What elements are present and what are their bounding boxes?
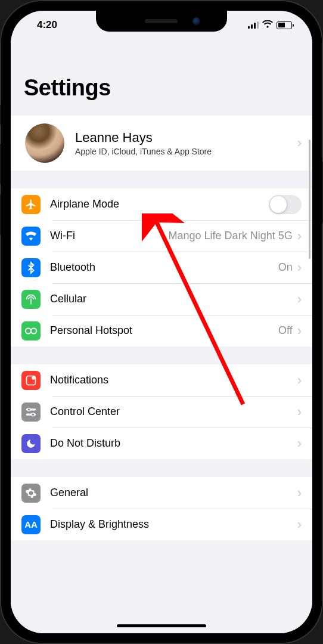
bluetooth-icon bbox=[21, 258, 41, 277]
volume-down-button bbox=[0, 194, 1, 236]
apple-id-row[interactable]: Leanne Hays Apple ID, iCloud, iTunes & A… bbox=[11, 116, 312, 171]
home-indicator[interactable] bbox=[117, 624, 206, 627]
hotspot-icon bbox=[21, 321, 41, 340]
chevron-right-icon: › bbox=[297, 260, 302, 275]
chevron-right-icon: › bbox=[297, 436, 302, 451]
wifi-icon bbox=[262, 19, 273, 31]
header: Settings bbox=[11, 39, 312, 107]
screen: 4:20 Settings Leanne Hays Apple ID, bbox=[11, 11, 312, 633]
row-label: Display & Brightness bbox=[50, 518, 297, 531]
cellular-signal-icon bbox=[248, 21, 259, 29]
row-label: General bbox=[50, 487, 297, 499]
wifi-row[interactable]: Wi-Fi Mango Life Dark Night 5G › bbox=[11, 220, 312, 252]
chevron-right-icon: › bbox=[297, 404, 302, 420]
row-label: Notifications bbox=[50, 374, 297, 386]
moon-icon bbox=[21, 434, 41, 453]
device-frame: 4:20 Settings Leanne Hays Apple ID, bbox=[0, 0, 323, 644]
row-value: Off bbox=[278, 324, 293, 337]
row-label: Do Not Disturb bbox=[50, 437, 297, 450]
airplane-icon bbox=[21, 195, 41, 214]
svg-point-5 bbox=[27, 408, 30, 411]
mute-switch bbox=[0, 104, 1, 125]
wifi-settings-icon bbox=[21, 227, 41, 246]
dnd-row[interactable]: Do Not Disturb › bbox=[11, 428, 312, 459]
row-value: Mango Life Dark Night 5G bbox=[169, 230, 293, 242]
svg-point-1 bbox=[31, 328, 36, 333]
chevron-right-icon: › bbox=[297, 228, 302, 244]
row-label: Wi-Fi bbox=[50, 230, 169, 242]
scroll-indicator bbox=[309, 140, 310, 259]
display-icon: AA bbox=[21, 515, 41, 534]
notch bbox=[96, 11, 227, 32]
row-label: Bluetooth bbox=[50, 261, 278, 274]
chevron-right-icon: › bbox=[297, 292, 302, 307]
chevron-right-icon: › bbox=[297, 485, 302, 501]
svg-point-7 bbox=[32, 413, 35, 416]
profile-group: Leanne Hays Apple ID, iCloud, iTunes & A… bbox=[11, 116, 312, 171]
row-label: Personal Hotspot bbox=[50, 324, 278, 337]
svg-point-0 bbox=[26, 328, 31, 333]
chevron-right-icon: › bbox=[297, 323, 302, 339]
notifications-group: Notifications › Control Center › Do Not … bbox=[11, 364, 312, 459]
connectivity-group: Airplane Mode Wi-Fi Mango Life Dark Nigh… bbox=[11, 188, 312, 346]
bluetooth-row[interactable]: Bluetooth On › bbox=[11, 252, 312, 283]
front-camera bbox=[192, 17, 200, 25]
battery-icon bbox=[277, 21, 292, 29]
hotspot-row[interactable]: Personal Hotspot Off › bbox=[11, 315, 312, 346]
airplane-toggle[interactable] bbox=[269, 195, 302, 214]
notifications-icon bbox=[21, 371, 41, 390]
display-row[interactable]: AA Display & Brightness › bbox=[11, 509, 312, 540]
cellular-row[interactable]: Cellular › bbox=[11, 283, 312, 315]
page-title: Settings bbox=[24, 75, 299, 101]
control-center-row[interactable]: Control Center › bbox=[11, 396, 312, 428]
control-center-icon bbox=[21, 402, 41, 422]
chevron-right-icon: › bbox=[297, 135, 302, 151]
row-value: On bbox=[278, 261, 293, 274]
row-label: Cellular bbox=[50, 293, 297, 305]
notifications-row[interactable]: Notifications › bbox=[11, 364, 312, 396]
svg-point-3 bbox=[32, 376, 35, 379]
chevron-right-icon: › bbox=[297, 373, 302, 388]
settings-list[interactable]: Leanne Hays Apple ID, iCloud, iTunes & A… bbox=[11, 107, 312, 633]
general-row[interactable]: General › bbox=[11, 477, 312, 509]
airplane-mode-row[interactable]: Airplane Mode bbox=[11, 188, 312, 220]
speaker-grill bbox=[145, 19, 178, 23]
chevron-right-icon: › bbox=[297, 517, 302, 532]
profile-name: Leanne Hays bbox=[75, 130, 297, 145]
cellular-icon bbox=[21, 290, 41, 309]
status-time: 4:20 bbox=[29, 19, 57, 31]
row-label: Airplane Mode bbox=[50, 198, 269, 210]
row-label: Control Center bbox=[50, 405, 297, 418]
profile-subtitle: Apple ID, iCloud, iTunes & App Store bbox=[75, 147, 297, 156]
general-group: General › AA Display & Brightness › bbox=[11, 477, 312, 540]
volume-up-button bbox=[0, 143, 1, 185]
gear-icon bbox=[21, 484, 41, 503]
avatar bbox=[25, 123, 64, 163]
